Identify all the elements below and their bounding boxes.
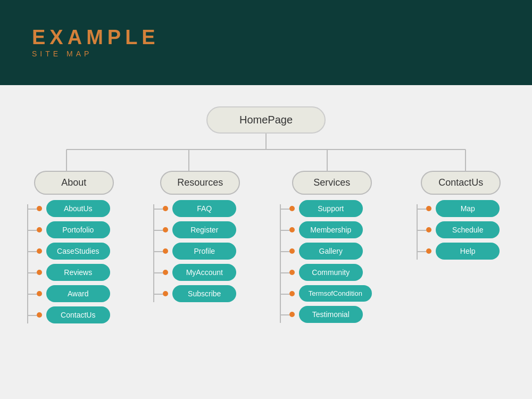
list-item: Schedule: [426, 221, 500, 238]
about-node[interactable]: About: [34, 171, 114, 195]
homepage-wrapper: HomePage: [0, 96, 532, 134]
list-item: Portofolio: [37, 221, 110, 238]
column-services: Services Support Membership Gallery: [273, 171, 390, 328]
list-item: Testimonial: [289, 306, 363, 323]
dot-icon: [289, 227, 295, 232]
help-node[interactable]: Help: [436, 243, 500, 260]
award-node[interactable]: Award: [46, 285, 110, 302]
dot-icon: [426, 206, 431, 211]
dot-icon: [289, 270, 295, 275]
resources-node[interactable]: Resources: [160, 171, 240, 195]
list-item: FAQ: [163, 200, 236, 217]
list-item: MyAccount: [163, 264, 236, 281]
list-item: Help: [426, 243, 500, 260]
dot-icon: [37, 270, 42, 275]
about-children: AboutUs Portofolio CaseStudies Reviews: [21, 200, 127, 328]
casestudies-node[interactable]: CaseStudies: [46, 243, 110, 260]
dot-icon: [163, 291, 168, 296]
list-item: Reviews: [37, 264, 110, 281]
profile-node[interactable]: Profile: [172, 243, 236, 260]
dot-icon: [37, 312, 42, 318]
schedule-node[interactable]: Schedule: [436, 221, 500, 238]
portofolio-node[interactable]: Portofolio: [46, 221, 110, 238]
list-item: TermsofCondition: [289, 285, 372, 302]
level1-row: About AboutUs Portofolio CaseStudies: [11, 171, 521, 328]
services-node[interactable]: Services: [292, 171, 372, 195]
list-item: Register: [163, 221, 236, 238]
about-us-node[interactable]: AboutUs: [46, 200, 110, 217]
homepage-node[interactable]: HomePage: [206, 106, 326, 134]
list-item: Membership: [289, 221, 363, 238]
gallery-node[interactable]: Gallery: [299, 243, 363, 260]
main-content: HomePage About A: [0, 85, 532, 399]
dot-icon: [289, 312, 295, 317]
list-item: ContactUs: [37, 306, 110, 323]
list-item: Award: [37, 285, 110, 302]
column-resources: Resources FAQ Register Profile: [147, 171, 253, 328]
termsofcondition-node[interactable]: TermsofCondition: [299, 285, 372, 302]
dot-icon: [37, 248, 42, 254]
reviews-node[interactable]: Reviews: [46, 264, 110, 281]
dot-icon: [163, 206, 168, 211]
dot-icon: [289, 248, 295, 254]
dot-icon: [37, 206, 42, 211]
list-item: Subscribe: [163, 285, 236, 302]
list-item: AboutUs: [37, 200, 110, 217]
testimonial-node[interactable]: Testimonial: [299, 306, 363, 323]
dot-icon: [37, 227, 42, 232]
dot-icon: [289, 206, 295, 211]
dot-icon: [37, 291, 42, 296]
sitemap-tree: HomePage About A: [0, 96, 532, 328]
subscribe-node[interactable]: Subscribe: [172, 285, 236, 302]
list-item: Gallery: [289, 243, 363, 260]
list-item: Profile: [163, 243, 236, 260]
header: EXAMPLE SITE MAP: [0, 0, 532, 85]
map-node[interactable]: Map: [436, 200, 500, 217]
register-node[interactable]: Register: [172, 221, 236, 238]
dot-icon: [289, 291, 295, 296]
services-children: Support Membership Gallery Community: [273, 200, 390, 327]
resources-children: FAQ Register Profile MyAccount: [147, 200, 253, 306]
column-about: About AboutUs Portofolio CaseStudies: [21, 171, 127, 328]
list-item: Support: [289, 200, 363, 217]
dot-icon: [163, 270, 168, 275]
dot-icon: [426, 248, 431, 254]
connector-svg: [0, 134, 532, 171]
faq-node[interactable]: FAQ: [172, 200, 236, 217]
dot-icon: [163, 248, 168, 254]
logo-title: EXAMPLE: [32, 27, 160, 47]
list-item: Community: [289, 264, 363, 281]
dot-icon: [163, 227, 168, 232]
dot-icon: [426, 227, 431, 232]
list-item: Map: [426, 200, 500, 217]
membership-node[interactable]: Membership: [299, 221, 363, 238]
logo-subtitle: SITE MAP: [32, 49, 160, 58]
contactus-children: Map Schedule Help: [410, 200, 511, 264]
support-node[interactable]: Support: [299, 200, 363, 217]
logo-block: EXAMPLE SITE MAP: [32, 27, 160, 58]
column-contactus: ContactUs Map Schedule Help: [410, 171, 511, 328]
myaccount-node[interactable]: MyAccount: [172, 264, 236, 281]
contactus-child-node[interactable]: ContactUs: [46, 306, 110, 323]
community-node[interactable]: Community: [299, 264, 363, 281]
contactus-node[interactable]: ContactUs: [421, 171, 501, 195]
list-item: CaseStudies: [37, 243, 110, 260]
